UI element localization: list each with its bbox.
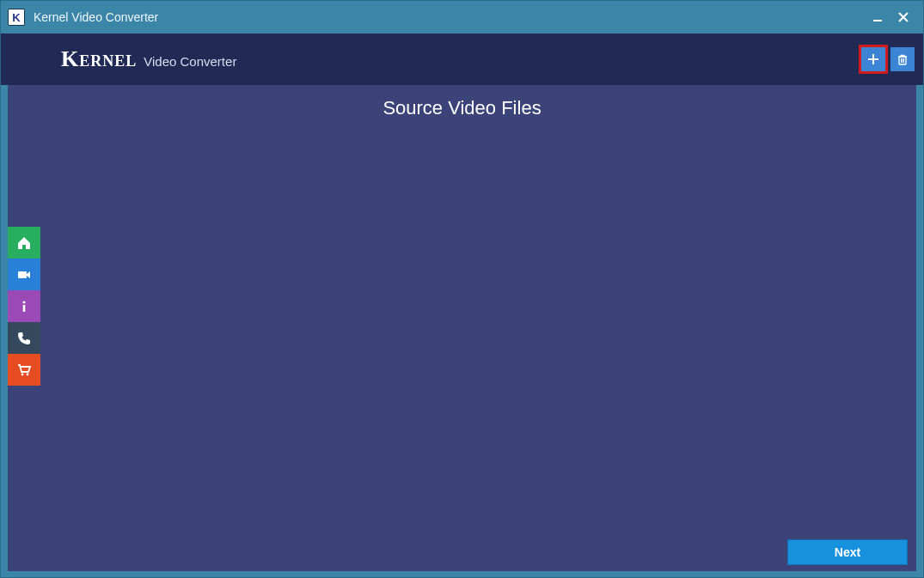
sidebar-item-video[interactable] — [8, 259, 40, 290]
close-icon — [898, 12, 909, 22]
delete-file-button[interactable] — [890, 47, 915, 71]
minimize-button[interactable] — [865, 5, 890, 29]
sidebar-item-buy[interactable] — [8, 354, 40, 386]
app-header: Kernel Video Converter — [1, 33, 923, 85]
cart-icon — [16, 362, 32, 378]
side-toolbar — [8, 227, 40, 386]
footer: Next — [8, 538, 916, 571]
svg-point-3 — [22, 301, 25, 303]
video-icon — [16, 267, 32, 283]
header-actions — [861, 47, 915, 71]
window-title: Kernel Video Converter — [34, 10, 158, 24]
trash-icon — [896, 53, 909, 65]
next-button-label: Next — [835, 545, 860, 559]
svg-rect-4 — [23, 305, 26, 312]
app-window: K Kernel Video Converter Kernel Video Co… — [0, 0, 924, 578]
close-button[interactable] — [890, 5, 916, 29]
home-icon — [16, 235, 32, 251]
brand-sub: Video Converter — [144, 54, 236, 69]
main-panel-title: Source Video Files — [8, 85, 916, 126]
sidebar-item-contact[interactable] — [8, 322, 40, 354]
app-icon: K — [8, 9, 25, 26]
brand-main: Kernel — [61, 46, 137, 72]
svg-rect-0 — [873, 20, 882, 21]
file-list-area[interactable] — [8, 126, 916, 538]
svg-point-5 — [21, 373, 24, 375]
add-file-button[interactable] — [861, 47, 885, 71]
sidebar-item-info[interactable] — [8, 290, 40, 322]
svg-point-6 — [27, 373, 29, 375]
next-button[interactable]: Next — [787, 539, 908, 565]
title-bar: K Kernel Video Converter — [1, 1, 923, 33]
phone-icon — [16, 331, 32, 346]
sidebar-item-home[interactable] — [8, 227, 40, 259]
info-icon — [16, 299, 32, 314]
svg-rect-2 — [18, 271, 27, 278]
brand: Kernel Video Converter — [61, 46, 236, 72]
plus-icon — [867, 53, 879, 65]
main-panel: Source Video Files Next — [8, 85, 916, 571]
app-icon-letter: K — [12, 11, 20, 24]
minimize-icon — [872, 12, 883, 22]
